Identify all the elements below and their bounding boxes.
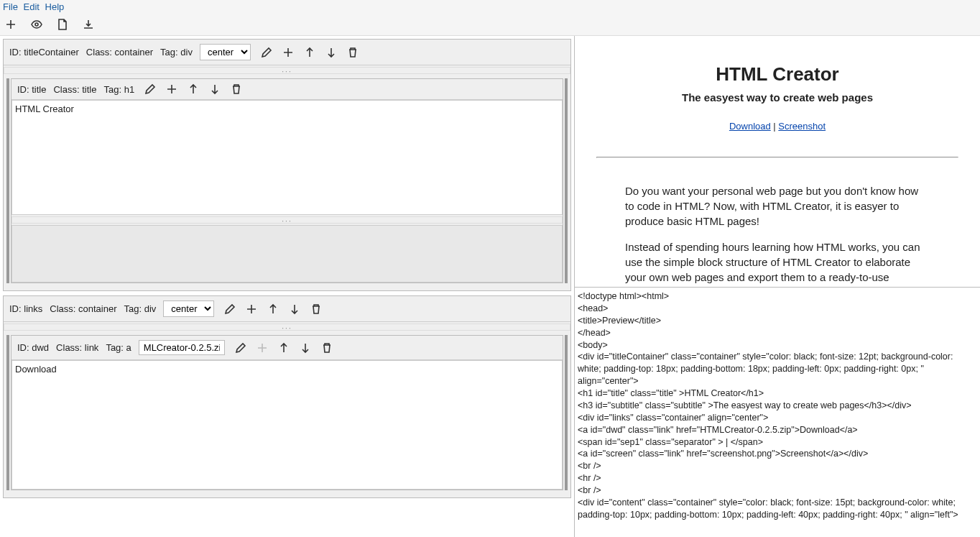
move-down-icon[interactable] xyxy=(325,47,337,58)
class-label: Class: container xyxy=(50,303,116,314)
add-child-icon[interactable] xyxy=(282,47,294,58)
menu-help[interactable]: Help xyxy=(45,1,65,12)
move-up-icon[interactable] xyxy=(188,83,199,95)
tag-label: Tag: div xyxy=(160,47,193,58)
move-up-icon[interactable] xyxy=(278,342,290,354)
tag-label: Tag: a xyxy=(106,342,131,353)
content-editor[interactable]: HTML Creator xyxy=(11,100,563,215)
menu-edit[interactable]: Edit xyxy=(24,1,40,12)
drag-handle[interactable]: ··· xyxy=(4,67,570,74)
source-panel: <!doctype html><html> <head> <title>Prev… xyxy=(575,288,980,537)
delete-icon[interactable] xyxy=(310,303,322,315)
block-titleContainer: ID: titleContainer Class: container Tag:… xyxy=(3,39,571,291)
block-links: ID: links Class: container Tag: div cent… xyxy=(3,295,571,498)
svg-point-0 xyxy=(35,23,38,26)
separator: | xyxy=(771,121,779,132)
add-child-icon[interactable] xyxy=(166,83,177,95)
preview-panel: HTML Creator The easyest way to create w… xyxy=(575,36,980,288)
edit-icon[interactable] xyxy=(261,47,272,58)
document-icon[interactable] xyxy=(55,17,70,32)
tag-label: Tag: h1 xyxy=(103,84,134,95)
download-link[interactable]: Download xyxy=(729,121,771,132)
delete-icon[interactable] xyxy=(347,47,359,58)
href-input[interactable] xyxy=(139,340,225,355)
id-label: ID: links xyxy=(9,303,42,314)
preview-paragraph-2: Instead of spending hours learning how H… xyxy=(596,239,958,288)
move-up-icon[interactable] xyxy=(304,47,315,58)
edit-icon[interactable] xyxy=(144,83,156,95)
drag-handle[interactable]: ··· xyxy=(4,323,570,331)
edit-icon[interactable] xyxy=(235,342,246,354)
block-dwd: ID: dwd Class: link Tag: a Download xyxy=(11,335,563,490)
move-down-icon[interactable] xyxy=(300,342,311,354)
screenshot-link[interactable]: Screenshot xyxy=(778,121,826,132)
block-title: ID: title Class: title Tag: h1 HTML Crea… xyxy=(11,78,563,283)
add-icon[interactable] xyxy=(3,17,19,32)
id-label: ID: dwd xyxy=(17,342,49,353)
drag-handle[interactable]: ··· xyxy=(11,216,563,224)
preview-title: HTML Creator xyxy=(596,63,958,86)
delete-icon[interactable] xyxy=(321,342,333,354)
align-select[interactable]: center xyxy=(163,300,214,317)
tag-label: Tag: div xyxy=(124,303,157,314)
menu-bar: File Edit Help xyxy=(0,0,980,14)
content-editor[interactable]: Download xyxy=(11,360,563,490)
preview-paragraph-1: Do you want your personal web page but y… xyxy=(596,183,958,229)
move-down-icon[interactable] xyxy=(209,83,221,95)
class-label: Class: title xyxy=(53,84,96,95)
class-label: Class: container xyxy=(86,47,153,58)
menu-file[interactable]: File xyxy=(3,1,18,12)
preview-links: Download | Screenshot xyxy=(596,121,958,132)
class-label: Class: link xyxy=(56,342,98,353)
eye-icon[interactable] xyxy=(29,17,45,32)
move-up-icon[interactable] xyxy=(267,303,279,315)
toolbar xyxy=(0,14,980,36)
add-child-icon[interactable] xyxy=(246,303,257,315)
editor-panel: ID: titleContainer Class: container Tag:… xyxy=(0,36,575,537)
id-label: ID: titleContainer xyxy=(9,47,79,58)
id-label: ID: title xyxy=(17,84,46,95)
empty-area xyxy=(11,225,563,283)
move-down-icon[interactable] xyxy=(289,303,300,315)
add-child-icon xyxy=(256,342,268,354)
delete-icon[interactable] xyxy=(231,83,242,95)
preview-subtitle: The easyest way to create web pages xyxy=(596,91,958,104)
align-select[interactable]: center xyxy=(200,44,251,60)
edit-icon[interactable] xyxy=(224,303,236,315)
export-icon[interactable] xyxy=(80,17,96,32)
